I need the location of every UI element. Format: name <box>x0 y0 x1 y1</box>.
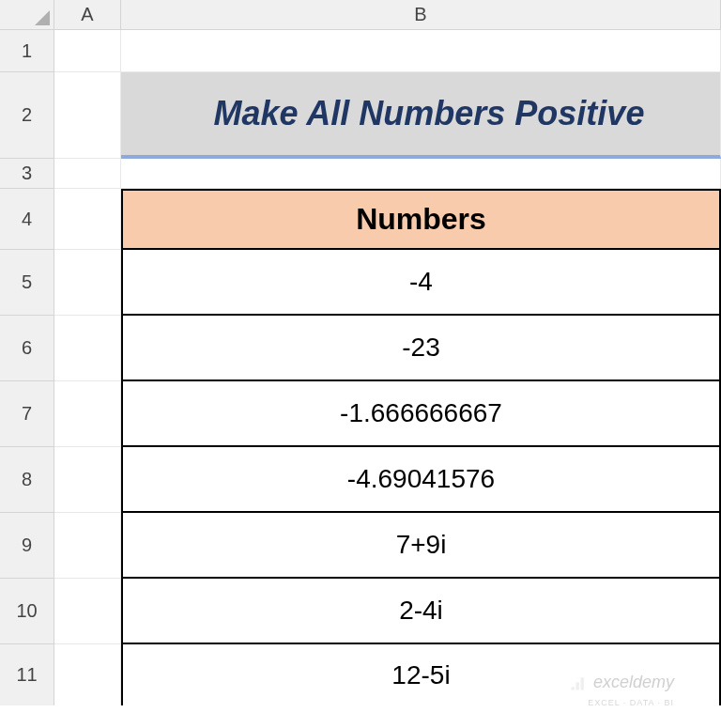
table-header-numbers[interactable]: Numbers <box>121 189 721 250</box>
watermark-subtext: EXCEL · DATA · BI <box>588 698 674 707</box>
row-header-2[interactable]: 2 <box>0 72 54 159</box>
watermark-logo: exceldemy <box>569 673 674 692</box>
watermark-text: exceldemy <box>593 673 674 692</box>
row-header-11[interactable]: 11 <box>0 644 54 705</box>
table-row[interactable]: -4 <box>121 250 721 316</box>
cell-a11[interactable] <box>54 644 121 705</box>
column-header-b[interactable]: B <box>121 0 721 30</box>
cell-a8[interactable] <box>54 447 121 513</box>
cell-b1[interactable] <box>121 30 721 72</box>
spreadsheet-grid: A B 1 2 Make All Numbers Positive 3 4 Nu… <box>0 0 721 705</box>
row-header-3[interactable]: 3 <box>0 159 54 189</box>
table-row[interactable]: 7+9i <box>121 513 721 579</box>
column-header-a[interactable]: A <box>54 0 121 30</box>
cell-a6[interactable] <box>54 316 121 381</box>
title-cell[interactable]: Make All Numbers Positive <box>121 72 721 159</box>
row-header-5[interactable]: 5 <box>0 250 54 316</box>
cell-a4[interactable] <box>54 189 121 250</box>
chart-icon <box>569 674 588 692</box>
table-row[interactable]: -23 <box>121 316 721 381</box>
row-header-9[interactable]: 9 <box>0 513 54 579</box>
cell-b3[interactable] <box>121 159 721 189</box>
table-row[interactable]: -1.666666667 <box>121 381 721 447</box>
select-all-corner[interactable] <box>0 0 54 30</box>
cell-a7[interactable] <box>54 381 121 447</box>
row-header-4[interactable]: 4 <box>0 189 54 250</box>
cell-a9[interactable] <box>54 513 121 579</box>
cell-a3[interactable] <box>54 159 121 189</box>
row-header-7[interactable]: 7 <box>0 381 54 447</box>
cell-a5[interactable] <box>54 250 121 316</box>
cell-a2[interactable] <box>54 72 121 159</box>
row-header-10[interactable]: 10 <box>0 579 54 644</box>
cell-a10[interactable] <box>54 579 121 644</box>
table-row[interactable]: -4.69041576 <box>121 447 721 513</box>
cell-a1[interactable] <box>54 30 121 72</box>
table-row[interactable]: 2-4i <box>121 579 721 644</box>
row-header-8[interactable]: 8 <box>0 447 54 513</box>
row-header-1[interactable]: 1 <box>0 30 54 72</box>
row-header-6[interactable]: 6 <box>0 316 54 381</box>
